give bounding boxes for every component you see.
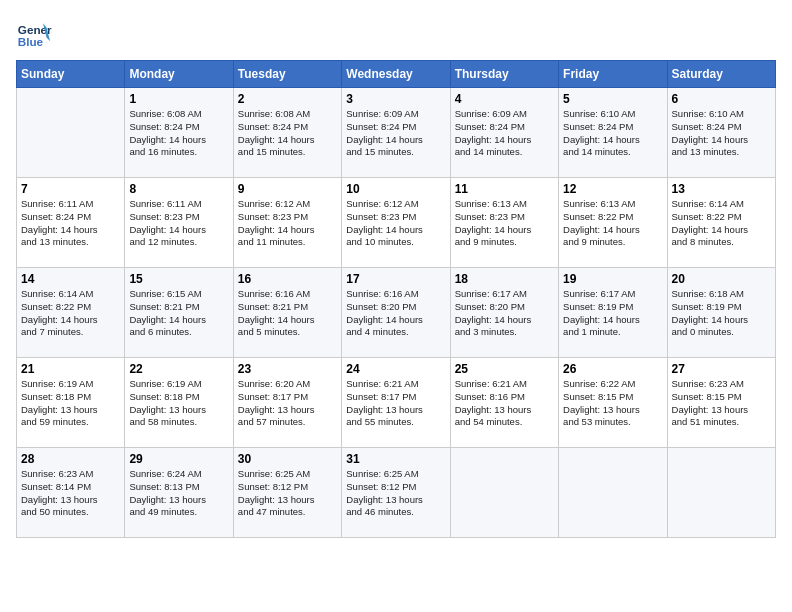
calendar-cell: 16Sunrise: 6:16 AM Sunset: 8:21 PM Dayli… <box>233 268 341 358</box>
calendar-cell: 1Sunrise: 6:08 AM Sunset: 8:24 PM Daylig… <box>125 88 233 178</box>
header-monday: Monday <box>125 61 233 88</box>
header-wednesday: Wednesday <box>342 61 450 88</box>
calendar-week-4: 21Sunrise: 6:19 AM Sunset: 8:18 PM Dayli… <box>17 358 776 448</box>
day-number: 14 <box>21 272 120 286</box>
day-info: Sunrise: 6:11 AM Sunset: 8:23 PM Dayligh… <box>129 198 228 249</box>
calendar-cell: 29Sunrise: 6:24 AM Sunset: 8:13 PM Dayli… <box>125 448 233 538</box>
calendar-cell: 3Sunrise: 6:09 AM Sunset: 8:24 PM Daylig… <box>342 88 450 178</box>
calendar-cell: 30Sunrise: 6:25 AM Sunset: 8:12 PM Dayli… <box>233 448 341 538</box>
day-info: Sunrise: 6:16 AM Sunset: 8:20 PM Dayligh… <box>346 288 445 339</box>
day-info: Sunrise: 6:09 AM Sunset: 8:24 PM Dayligh… <box>346 108 445 159</box>
day-number: 20 <box>672 272 771 286</box>
day-number: 25 <box>455 362 554 376</box>
calendar-cell: 13Sunrise: 6:14 AM Sunset: 8:22 PM Dayli… <box>667 178 775 268</box>
day-number: 2 <box>238 92 337 106</box>
header-friday: Friday <box>559 61 667 88</box>
day-number: 23 <box>238 362 337 376</box>
day-info: Sunrise: 6:17 AM Sunset: 8:19 PM Dayligh… <box>563 288 662 339</box>
header-sunday: Sunday <box>17 61 125 88</box>
day-info: Sunrise: 6:23 AM Sunset: 8:15 PM Dayligh… <box>672 378 771 429</box>
day-info: Sunrise: 6:16 AM Sunset: 8:21 PM Dayligh… <box>238 288 337 339</box>
day-info: Sunrise: 6:08 AM Sunset: 8:24 PM Dayligh… <box>129 108 228 159</box>
calendar-table: SundayMondayTuesdayWednesdayThursdayFrid… <box>16 60 776 538</box>
day-info: Sunrise: 6:12 AM Sunset: 8:23 PM Dayligh… <box>346 198 445 249</box>
day-info: Sunrise: 6:12 AM Sunset: 8:23 PM Dayligh… <box>238 198 337 249</box>
day-info: Sunrise: 6:17 AM Sunset: 8:20 PM Dayligh… <box>455 288 554 339</box>
calendar-week-1: 1Sunrise: 6:08 AM Sunset: 8:24 PM Daylig… <box>17 88 776 178</box>
calendar-cell: 28Sunrise: 6:23 AM Sunset: 8:14 PM Dayli… <box>17 448 125 538</box>
day-number: 28 <box>21 452 120 466</box>
page-header: General Blue <box>16 16 776 52</box>
calendar-week-5: 28Sunrise: 6:23 AM Sunset: 8:14 PM Dayli… <box>17 448 776 538</box>
day-info: Sunrise: 6:24 AM Sunset: 8:13 PM Dayligh… <box>129 468 228 519</box>
calendar-cell: 23Sunrise: 6:20 AM Sunset: 8:17 PM Dayli… <box>233 358 341 448</box>
day-info: Sunrise: 6:14 AM Sunset: 8:22 PM Dayligh… <box>21 288 120 339</box>
day-number: 29 <box>129 452 228 466</box>
calendar-cell: 2Sunrise: 6:08 AM Sunset: 8:24 PM Daylig… <box>233 88 341 178</box>
calendar-cell: 7Sunrise: 6:11 AM Sunset: 8:24 PM Daylig… <box>17 178 125 268</box>
day-info: Sunrise: 6:15 AM Sunset: 8:21 PM Dayligh… <box>129 288 228 339</box>
day-info: Sunrise: 6:13 AM Sunset: 8:23 PM Dayligh… <box>455 198 554 249</box>
day-number: 21 <box>21 362 120 376</box>
day-number: 31 <box>346 452 445 466</box>
day-number: 27 <box>672 362 771 376</box>
calendar-cell: 25Sunrise: 6:21 AM Sunset: 8:16 PM Dayli… <box>450 358 558 448</box>
calendar-week-2: 7Sunrise: 6:11 AM Sunset: 8:24 PM Daylig… <box>17 178 776 268</box>
calendar-cell: 27Sunrise: 6:23 AM Sunset: 8:15 PM Dayli… <box>667 358 775 448</box>
calendar-cell: 14Sunrise: 6:14 AM Sunset: 8:22 PM Dayli… <box>17 268 125 358</box>
header-thursday: Thursday <box>450 61 558 88</box>
header-tuesday: Tuesday <box>233 61 341 88</box>
day-info: Sunrise: 6:08 AM Sunset: 8:24 PM Dayligh… <box>238 108 337 159</box>
day-number: 1 <box>129 92 228 106</box>
svg-text:Blue: Blue <box>18 35 44 48</box>
day-number: 8 <box>129 182 228 196</box>
calendar-cell: 24Sunrise: 6:21 AM Sunset: 8:17 PM Dayli… <box>342 358 450 448</box>
calendar-cell: 8Sunrise: 6:11 AM Sunset: 8:23 PM Daylig… <box>125 178 233 268</box>
day-number: 18 <box>455 272 554 286</box>
day-info: Sunrise: 6:25 AM Sunset: 8:12 PM Dayligh… <box>238 468 337 519</box>
day-info: Sunrise: 6:11 AM Sunset: 8:24 PM Dayligh… <box>21 198 120 249</box>
calendar-cell: 9Sunrise: 6:12 AM Sunset: 8:23 PM Daylig… <box>233 178 341 268</box>
day-info: Sunrise: 6:10 AM Sunset: 8:24 PM Dayligh… <box>563 108 662 159</box>
calendar-cell: 19Sunrise: 6:17 AM Sunset: 8:19 PM Dayli… <box>559 268 667 358</box>
day-info: Sunrise: 6:09 AM Sunset: 8:24 PM Dayligh… <box>455 108 554 159</box>
day-info: Sunrise: 6:21 AM Sunset: 8:17 PM Dayligh… <box>346 378 445 429</box>
calendar-cell: 12Sunrise: 6:13 AM Sunset: 8:22 PM Dayli… <box>559 178 667 268</box>
calendar-cell: 5Sunrise: 6:10 AM Sunset: 8:24 PM Daylig… <box>559 88 667 178</box>
day-info: Sunrise: 6:21 AM Sunset: 8:16 PM Dayligh… <box>455 378 554 429</box>
day-number: 16 <box>238 272 337 286</box>
day-number: 6 <box>672 92 771 106</box>
calendar-cell: 20Sunrise: 6:18 AM Sunset: 8:19 PM Dayli… <box>667 268 775 358</box>
day-number: 24 <box>346 362 445 376</box>
header-saturday: Saturday <box>667 61 775 88</box>
day-info: Sunrise: 6:20 AM Sunset: 8:17 PM Dayligh… <box>238 378 337 429</box>
day-number: 3 <box>346 92 445 106</box>
day-number: 26 <box>563 362 662 376</box>
calendar-week-3: 14Sunrise: 6:14 AM Sunset: 8:22 PM Dayli… <box>17 268 776 358</box>
day-number: 4 <box>455 92 554 106</box>
day-info: Sunrise: 6:18 AM Sunset: 8:19 PM Dayligh… <box>672 288 771 339</box>
calendar-cell: 15Sunrise: 6:15 AM Sunset: 8:21 PM Dayli… <box>125 268 233 358</box>
logo: General Blue <box>16 16 56 52</box>
day-number: 13 <box>672 182 771 196</box>
calendar-cell: 26Sunrise: 6:22 AM Sunset: 8:15 PM Dayli… <box>559 358 667 448</box>
day-info: Sunrise: 6:13 AM Sunset: 8:22 PM Dayligh… <box>563 198 662 249</box>
calendar-header-row: SundayMondayTuesdayWednesdayThursdayFrid… <box>17 61 776 88</box>
day-number: 19 <box>563 272 662 286</box>
day-number: 15 <box>129 272 228 286</box>
calendar-cell <box>667 448 775 538</box>
calendar-cell: 18Sunrise: 6:17 AM Sunset: 8:20 PM Dayli… <box>450 268 558 358</box>
calendar-cell <box>17 88 125 178</box>
day-number: 17 <box>346 272 445 286</box>
day-number: 7 <box>21 182 120 196</box>
day-info: Sunrise: 6:19 AM Sunset: 8:18 PM Dayligh… <box>21 378 120 429</box>
calendar-cell: 17Sunrise: 6:16 AM Sunset: 8:20 PM Dayli… <box>342 268 450 358</box>
calendar-cell: 4Sunrise: 6:09 AM Sunset: 8:24 PM Daylig… <box>450 88 558 178</box>
day-info: Sunrise: 6:22 AM Sunset: 8:15 PM Dayligh… <box>563 378 662 429</box>
day-info: Sunrise: 6:19 AM Sunset: 8:18 PM Dayligh… <box>129 378 228 429</box>
day-number: 12 <box>563 182 662 196</box>
calendar-cell: 10Sunrise: 6:12 AM Sunset: 8:23 PM Dayli… <box>342 178 450 268</box>
calendar-cell: 11Sunrise: 6:13 AM Sunset: 8:23 PM Dayli… <box>450 178 558 268</box>
calendar-cell <box>559 448 667 538</box>
calendar-cell: 22Sunrise: 6:19 AM Sunset: 8:18 PM Dayli… <box>125 358 233 448</box>
